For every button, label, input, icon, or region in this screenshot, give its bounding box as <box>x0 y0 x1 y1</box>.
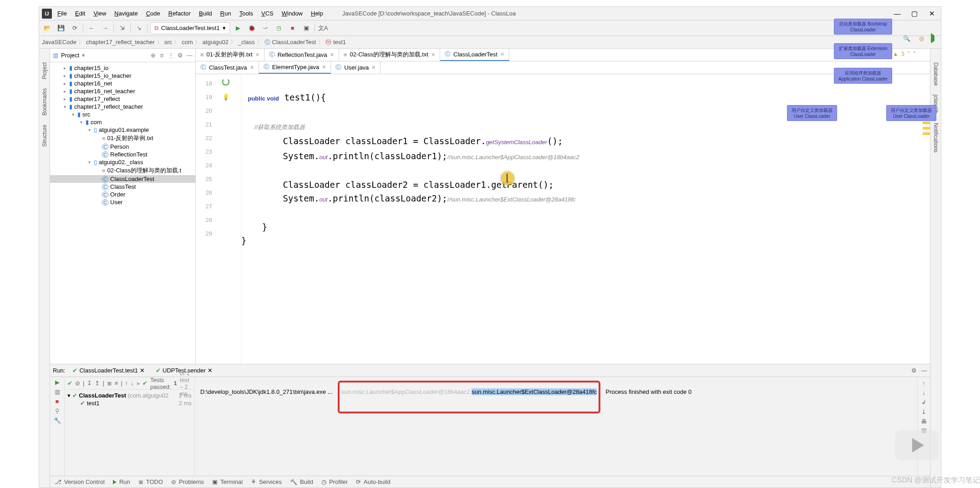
profile-icon[interactable]: ◷ <box>274 23 284 34</box>
soft-wrap-icon[interactable]: ↲ <box>921 399 926 406</box>
menu-navigate[interactable]: Navigate <box>111 8 141 19</box>
stop-icon[interactable]: ■ <box>56 398 59 405</box>
reload-icon[interactable]: ⟳ <box>69 23 80 34</box>
tree-item[interactable]: ▸▮chapter15_io <box>50 64 195 72</box>
menu-tools[interactable]: Tools <box>236 8 257 19</box>
translate-icon[interactable]: 文A <box>318 23 329 34</box>
sort-icon[interactable]: ↧ <box>87 380 92 387</box>
menu-refactor[interactable]: Refactor <box>165 8 194 19</box>
print-icon[interactable]: 🖶 <box>921 418 927 425</box>
open-icon[interactable]: 📂 <box>42 23 53 34</box>
close-icon[interactable]: ✕ <box>500 51 504 57</box>
status-services[interactable]: ⚘Services <box>251 478 282 485</box>
editor-tab[interactable]: ≡02-Class的理解与类的加载.txt✕ <box>339 49 440 61</box>
tree-item[interactable]: COrder <box>50 191 195 198</box>
editor-tab[interactable]: ⒸClassTest.java✕ <box>196 61 259 74</box>
close-icon[interactable]: ✕ <box>322 64 326 70</box>
tree-item[interactable]: CPerson <box>50 143 195 151</box>
side-structure[interactable]: Structure <box>41 125 48 147</box>
run-config-dropdown[interactable]: ⧉ ClassLoaderTest.test1 ▾ <box>150 22 230 34</box>
scroll-down-icon[interactable]: ↓ <box>922 389 925 396</box>
crumb-item[interactable]: ⓜ test1 <box>325 38 346 46</box>
run-tab-1[interactable]: ✔ClassLoaderTest.test1✕ <box>69 366 148 375</box>
status-build[interactable]: 🔨Build <box>290 478 313 485</box>
save-icon[interactable]: 💾 <box>56 23 66 34</box>
menu-window[interactable]: Window <box>278 8 306 19</box>
menu-file[interactable]: File <box>54 8 71 19</box>
menu-view[interactable]: View <box>90 8 110 19</box>
crumb-item[interactable]: src <box>164 39 172 45</box>
editor-tab[interactable]: ⒸClassLoaderTest✕ <box>440 49 509 61</box>
close-icon[interactable]: ✕ <box>208 367 213 374</box>
tree-item[interactable]: CUser <box>50 198 195 206</box>
menu-build[interactable]: Build <box>195 8 216 19</box>
close-icon[interactable]: ✕ <box>330 52 334 58</box>
side-bookmarks[interactable]: Bookmarks <box>41 88 48 116</box>
tree-item[interactable]: ▾▯atguigu01.example <box>50 126 195 134</box>
close-icon[interactable]: ✕ <box>250 65 254 70</box>
editor-tab[interactable]: ≡01-反射的举例.txt✕ <box>196 49 264 61</box>
locate-icon[interactable]: ⊕ <box>151 52 156 59</box>
passed-filter-icon[interactable]: ✔ <box>67 380 72 387</box>
tree-item[interactable]: ▾▮com <box>50 118 195 126</box>
tree-item[interactable]: ≡02-Class的理解与类的加载.t <box>50 166 195 175</box>
expand-icon[interactable]: ≑ <box>159 52 164 59</box>
crumb-item[interactable]: _class <box>238 39 255 45</box>
debug-icon[interactable]: 🐞 <box>246 23 257 34</box>
collapse-icon[interactable]: ≡ <box>115 380 118 387</box>
tree-item[interactable]: ▾▮chapter17_reflect_teacher <box>50 103 195 111</box>
menu-run[interactable]: Run <box>217 8 235 19</box>
close-icon[interactable]: ✕ <box>140 367 145 374</box>
tree-item[interactable]: ▸▮chapter16_net <box>50 80 195 87</box>
hierarchy-icon[interactable]: ⇲ <box>117 23 127 34</box>
expand-icon[interactable]: ≣ <box>107 380 112 387</box>
side-project[interactable]: Project <box>41 62 48 79</box>
build-icon[interactable]: ↘ <box>133 23 144 34</box>
test-child-row[interactable]: ✔ test1 2 ms <box>67 399 192 407</box>
editor-tab[interactable]: ⒸElementType.java✕ <box>259 61 331 74</box>
close-icon[interactable]: ✕ <box>431 52 435 58</box>
warning-gutter-icon[interactable]: 💡 <box>222 91 229 104</box>
chevron-down-icon[interactable]: ▾ <box>82 52 85 59</box>
menu-help[interactable]: Help <box>307 8 327 19</box>
console-output[interactable]: D:\develop_tools\JDK\jdk1.8.0_271\bin\ja… <box>195 377 917 476</box>
stop2-icon[interactable]: ▣ <box>301 23 312 34</box>
run-coverage-icon[interactable]: ⤻ <box>260 23 271 34</box>
rerun-icon[interactable]: ▶ <box>55 379 60 386</box>
status-run[interactable]: Run <box>113 478 130 485</box>
settings-icon[interactable]: ⚙ <box>178 52 183 59</box>
tree-item[interactable]: ▸▮chapter15_io_teacher <box>50 72 195 80</box>
pin-icon[interactable]: ⚲ <box>55 408 60 414</box>
tree-item[interactable]: ▸▮chapter16_net_teacher <box>50 87 195 95</box>
status-profiler[interactable]: ◷Profiler <box>321 478 348 485</box>
tree-item[interactable]: ▸▮chapter17_reflect <box>50 95 195 103</box>
run-icon[interactable]: ▶ <box>233 23 244 34</box>
run-settings-icon[interactable]: ⚙ <box>911 367 917 374</box>
close-icon[interactable]: ✕ <box>371 65 376 70</box>
tree-item[interactable]: CClassTest <box>50 183 195 191</box>
status-auto-build[interactable]: ⟳Auto-build <box>356 478 391 485</box>
tree-item[interactable]: CClassLoaderTest <box>50 175 195 183</box>
status-version-control[interactable]: ⎇Version Control <box>55 478 105 485</box>
back-icon[interactable]: ← <box>86 23 97 34</box>
tree-item[interactable]: ▾▯atguigu02._class <box>50 158 195 166</box>
crumb-item[interactable]: chapter17_reflect_teacher <box>86 39 155 45</box>
editor-tab[interactable]: ⒸReflectionTest.java✕ <box>264 49 339 61</box>
tree-item[interactable]: CReflectionTest <box>50 151 195 158</box>
status-problems[interactable]: ⊘Problems <box>171 478 204 485</box>
test-root-row[interactable]: ▾ ✔ ClassLoaderTest (com.atguigu02 2 ms <box>67 392 192 399</box>
sort2-icon[interactable]: ↥ <box>95 380 100 387</box>
failed-filter-icon[interactable]: ⊘ <box>75 380 80 387</box>
hide-icon[interactable]: — <box>187 52 193 59</box>
tree-item[interactable]: ≡01-反射的举例.txt <box>50 134 195 143</box>
collapse-icon[interactable]: ⋮ <box>168 52 174 59</box>
toggle-filter-icon[interactable]: ▥ <box>55 388 60 395</box>
menu-code[interactable]: Code <box>142 8 164 19</box>
menu-vcs[interactable]: VCS <box>258 8 277 19</box>
up-icon[interactable]: ↑ <box>125 380 128 387</box>
stop-icon[interactable]: ■ <box>287 23 298 34</box>
hide-icon[interactable]: — <box>921 367 927 374</box>
forward-icon[interactable]: → <box>100 23 111 34</box>
scroll-to-end-icon[interactable]: ⤓ <box>921 408 926 415</box>
tree-item[interactable]: ▾▮src <box>50 111 195 118</box>
